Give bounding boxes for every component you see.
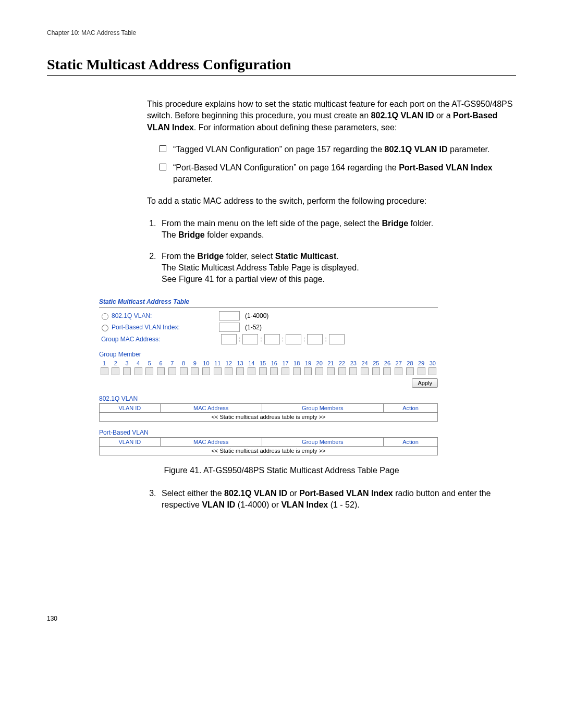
port-20: 20 [314, 360, 325, 375]
port-number: 14 [246, 360, 256, 366]
port-checkbox[interactable] [315, 367, 323, 375]
colon-separator: : [260, 336, 262, 343]
table-port-based: VLAN ID MAC Address Group Members Action… [99, 437, 438, 455]
port-number: 18 [291, 360, 302, 366]
text: parameter. [173, 175, 213, 183]
th-mac-address: MAC Address [160, 403, 262, 412]
port-checkbox[interactable] [157, 367, 165, 375]
text: . For information about defining these p… [194, 123, 397, 132]
chapter-header: Chapter 10: MAC Address Table [47, 29, 516, 36]
port-checkbox[interactable] [383, 367, 391, 375]
port-3: 3 [121, 360, 132, 375]
mac-octet-4[interactable] [286, 334, 301, 344]
port-number: 17 [280, 360, 291, 366]
port-17: 17 [280, 360, 291, 375]
port-4: 4 [133, 360, 143, 375]
empty-row: << Static multicast address table is emp… [100, 412, 438, 421]
port-number: 12 [224, 360, 234, 366]
port-checkbox[interactable] [372, 367, 380, 375]
th-vlan-id: VLAN ID [100, 403, 161, 412]
apply-button[interactable]: Apply [412, 378, 438, 388]
port-number: 13 [235, 360, 246, 366]
port-checkbox[interactable] [270, 367, 278, 375]
text: or [287, 489, 299, 498]
text: (1 - 52). [328, 500, 359, 509]
bold-text: Bridge [178, 230, 205, 239]
port-15: 15 [258, 360, 268, 375]
port-checkbox[interactable] [395, 367, 402, 375]
colon-separator: : [239, 336, 240, 343]
mac-octet-2[interactable] [242, 334, 258, 344]
title-rule [47, 75, 516, 76]
port-checkbox[interactable] [327, 367, 335, 375]
port-number: 28 [405, 360, 415, 366]
port-29: 29 [416, 360, 426, 375]
port-checkbox[interactable] [168, 367, 176, 375]
port-number: 24 [360, 360, 370, 366]
colon-separator: : [282, 336, 284, 343]
bold-text: Static Multicast [275, 252, 336, 261]
mac-octet-1[interactable] [221, 334, 237, 344]
range-hint: (1-52) [245, 324, 262, 331]
vlan-id-input[interactable] [219, 311, 240, 320]
th-vlan-id: VLAN ID [100, 437, 161, 446]
mac-octet-5[interactable] [307, 334, 323, 344]
port-number: 16 [269, 360, 279, 366]
port-number: 5 [144, 360, 155, 366]
section-port-based-vlan: Port-Based VLAN [99, 429, 438, 436]
bold-text: Port-Based VLAN Index [399, 163, 493, 172]
vlan-index-input[interactable] [219, 323, 240, 332]
port-checkbox[interactable] [145, 367, 153, 375]
port-26: 26 [382, 360, 393, 375]
bold-text: Port-Based VLAN Index [299, 489, 393, 498]
text: folder expands. [205, 230, 264, 239]
port-number: 3 [121, 360, 132, 366]
th-mac-address: MAC Address [160, 437, 262, 446]
port-checkbox[interactable] [293, 367, 301, 375]
bold-text: 802.1Q VLAN ID [385, 145, 448, 154]
port-checkbox[interactable] [361, 367, 369, 375]
mac-octet-6[interactable] [329, 334, 345, 344]
radio-label: 802.1Q VLAN: [112, 312, 152, 319]
port-28: 28 [405, 360, 415, 375]
radio-port-based-vlan[interactable] [102, 325, 108, 331]
mac-octet-3[interactable] [264, 334, 280, 344]
port-7: 7 [167, 360, 177, 375]
port-checkbox[interactable] [282, 367, 289, 375]
port-checkbox[interactable] [191, 367, 199, 375]
port-checkbox[interactable] [180, 367, 188, 375]
radio-8021q-vlan[interactable] [102, 313, 108, 320]
port-checkbox[interactable] [406, 367, 414, 375]
port-number: 10 [201, 360, 211, 366]
port-checkbox[interactable] [236, 367, 244, 375]
port-checkbox[interactable] [259, 367, 267, 375]
port-23: 23 [348, 360, 359, 375]
port-checkbox[interactable] [349, 367, 357, 375]
port-checkbox[interactable] [123, 367, 131, 375]
port-checkbox[interactable] [248, 367, 255, 375]
port-checkbox[interactable] [112, 367, 119, 375]
text: . [336, 252, 338, 261]
step-1: From the main menu on the left side of t… [158, 218, 516, 241]
port-checkbox[interactable] [304, 367, 312, 375]
port-number: 25 [371, 360, 381, 366]
port-10: 10 [201, 360, 211, 375]
port-number: 1 [99, 360, 109, 366]
port-checkbox[interactable] [202, 367, 210, 375]
port-8: 8 [178, 360, 189, 375]
port-number: 4 [133, 360, 143, 366]
port-checkbox[interactable] [134, 367, 142, 375]
port-13: 13 [235, 360, 246, 375]
text: The Static Multicast Address Table Page … [162, 263, 359, 272]
port-checkbox[interactable] [418, 367, 425, 375]
port-checkbox[interactable] [225, 367, 232, 375]
text: From the [162, 252, 197, 261]
th-action: Action [384, 437, 438, 446]
port-number: 23 [348, 360, 359, 366]
port-14: 14 [246, 360, 256, 375]
port-checkbox[interactable] [214, 367, 222, 375]
port-checkbox[interactable] [338, 367, 346, 375]
port-27: 27 [394, 360, 404, 375]
port-checkbox[interactable] [429, 367, 436, 375]
port-checkbox[interactable] [101, 367, 108, 375]
